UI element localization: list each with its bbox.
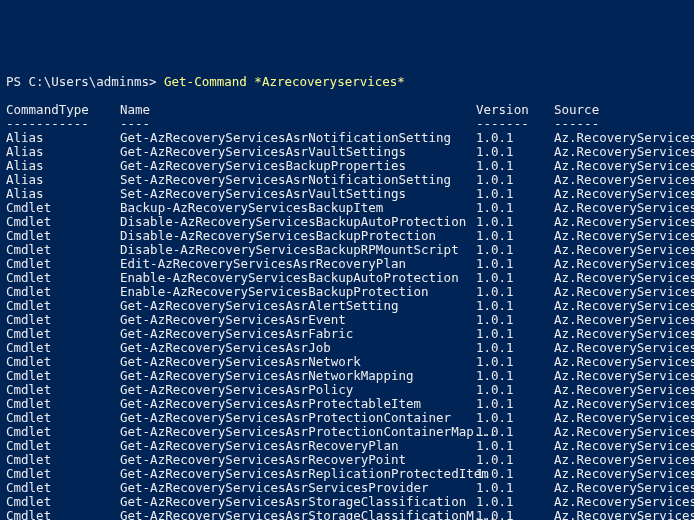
table-row-type: Cmdlet [6,285,120,299]
table-row-type: Cmdlet [6,341,120,355]
table-row-source: Az.RecoveryServices [554,355,694,369]
table-row-source: Az.RecoveryServices [554,439,694,453]
table-row-version: 1.0.1 [476,159,554,173]
table-row-version: 1.0.1 [476,229,554,243]
table-row-name: Get-AzRecoveryServicesAsrProtectableItem [120,397,476,411]
table-row-version: 1.0.1 [476,509,554,520]
table-row-name: Edit-AzRecoveryServicesAsrRecoveryPlan [120,257,476,271]
table-row-source: Az.RecoveryServices [554,285,694,299]
table-row-name: Get-AzRecoveryServicesAsrFabric [120,327,476,341]
header-underline: ------ [554,117,599,131]
table-row-version: 1.0.1 [476,495,554,509]
table-row-source: Az.RecoveryServices [554,243,694,257]
table-row-type: Cmdlet [6,481,120,495]
table-row-name: Get-AzRecoveryServicesAsrJob [120,341,476,355]
header-underline: ------- [476,117,554,131]
table-row-name: Get-AzRecoveryServicesAsrPolicy [120,383,476,397]
table-row-source: Az.RecoveryServices [554,313,694,327]
header-commandtype: CommandType [6,103,120,117]
table-row-source: Az.RecoveryServices [554,271,694,285]
table-row-version: 1.0.1 [476,271,554,285]
table-row-version: 1.0.1 [476,481,554,495]
table-row-source: Az.RecoveryServices [554,397,694,411]
table-row-type: Cmdlet [6,201,120,215]
table-row-type: Cmdlet [6,509,120,520]
prompt-path: PS C:\Users\adminms> [6,74,164,89]
table-row-version: 1.0.1 [476,243,554,257]
header-source: Source [554,103,599,117]
table-row-type: Alias [6,187,120,201]
table-row-name: Get-AzRecoveryServicesAsrNetwork [120,355,476,369]
table-row-name: Get-AzRecoveryServicesAsrNetworkMapping [120,369,476,383]
terminal-output: PS C:\Users\adminms> Get-Command *Azreco… [6,61,688,520]
table-row-source: Az.RecoveryServices [554,495,694,509]
table-row-type: Cmdlet [6,299,120,313]
table-row-version: 1.0.1 [476,131,554,145]
table-row-name: Get-AzRecoveryServicesBackupProperties [120,159,476,173]
table-row-type: Cmdlet [6,327,120,341]
table-row-version: 1.0.1 [476,369,554,383]
table-row-version: 1.0.1 [476,439,554,453]
table-row-version: 1.0.1 [476,383,554,397]
table-row-version: 1.0.1 [476,341,554,355]
table-row-source: Az.RecoveryServices [554,131,694,145]
table-row-source: Az.RecoveryServices [554,229,694,243]
table-row-source: Az.RecoveryServices [554,159,694,173]
table-row-source: Az.RecoveryServices [554,299,694,313]
results-table: CommandTypeNameVersionSource -----------… [6,103,688,520]
table-row-source: Az.RecoveryServices [554,257,694,271]
rows-container: AliasGet-AzRecoveryServicesAsrNotificati… [6,131,688,520]
table-row-source: Az.RecoveryServices [554,453,694,467]
table-row-type: Cmdlet [6,453,120,467]
table-row-name: Get-AzRecoveryServicesAsrEvent [120,313,476,327]
table-row-source: Az.RecoveryServices [554,187,694,201]
table-row-name: Get-AzRecoveryServicesAsrReplicationProt… [120,467,476,481]
table-row-source: Az.RecoveryServices [554,411,694,425]
table-row-version: 1.0.1 [476,201,554,215]
table-row-source: Az.RecoveryServices [554,341,694,355]
command-text: Get-Command *Azrecoveryservices* [164,74,405,89]
table-row-version: 1.0.1 [476,173,554,187]
table-row-source: Az.RecoveryServices [554,509,694,520]
table-row-source: Az.RecoveryServices [554,215,694,229]
table-row-type: Cmdlet [6,425,120,439]
table-row-name: Get-AzRecoveryServicesAsrProtectionConta… [120,425,476,439]
table-row-version: 1.0.1 [476,285,554,299]
table-row-source: Az.RecoveryServices [554,327,694,341]
table-row-version: 1.0.1 [476,145,554,159]
table-row-type: Cmdlet [6,467,120,481]
table-row-name: Get-AzRecoveryServicesAsrVaultSettings [120,145,476,159]
table-row-name: Disable-AzRecoveryServicesBackupAutoProt… [120,215,476,229]
table-row-version: 1.0.1 [476,257,554,271]
table-row-name: Disable-AzRecoveryServicesBackupRPMountS… [120,243,476,257]
table-row-name: Enable-AzRecoveryServicesBackupAutoProte… [120,271,476,285]
table-row-version: 1.0.1 [476,411,554,425]
table-row-name: Get-AzRecoveryServicesAsrStorageClassifi… [120,495,476,509]
table-row-type: Cmdlet [6,439,120,453]
table-row-source: Az.RecoveryServices [554,145,694,159]
table-row-type: Alias [6,131,120,145]
table-row-version: 1.0.1 [476,453,554,467]
table-row-type: Cmdlet [6,243,120,257]
table-row-name: Get-AzRecoveryServicesAsrAlertSetting [120,299,476,313]
table-row-type: Cmdlet [6,215,120,229]
table-row-type: Cmdlet [6,369,120,383]
table-row-source: Az.RecoveryServices [554,467,694,481]
table-row-type: Cmdlet [6,383,120,397]
table-row-source: Az.RecoveryServices [554,173,694,187]
table-row-version: 1.0.1 [476,467,554,481]
table-row-source: Az.RecoveryServices [554,425,694,439]
table-row-version: 1.0.1 [476,425,554,439]
header-version: Version [476,103,554,117]
header-name: Name [120,103,476,117]
table-row-name: Get-AzRecoveryServicesAsrProtectionConta… [120,411,476,425]
table-row-type: Cmdlet [6,495,120,509]
table-row-version: 1.0.1 [476,313,554,327]
table-row-version: 1.0.1 [476,397,554,411]
table-row-type: Alias [6,159,120,173]
table-row-type: Cmdlet [6,271,120,285]
table-row-name: Enable-AzRecoveryServicesBackupProtectio… [120,285,476,299]
table-row-type: Alias [6,145,120,159]
table-row-type: Alias [6,173,120,187]
table-row-name: Get-AzRecoveryServicesAsrServicesProvide… [120,481,476,495]
